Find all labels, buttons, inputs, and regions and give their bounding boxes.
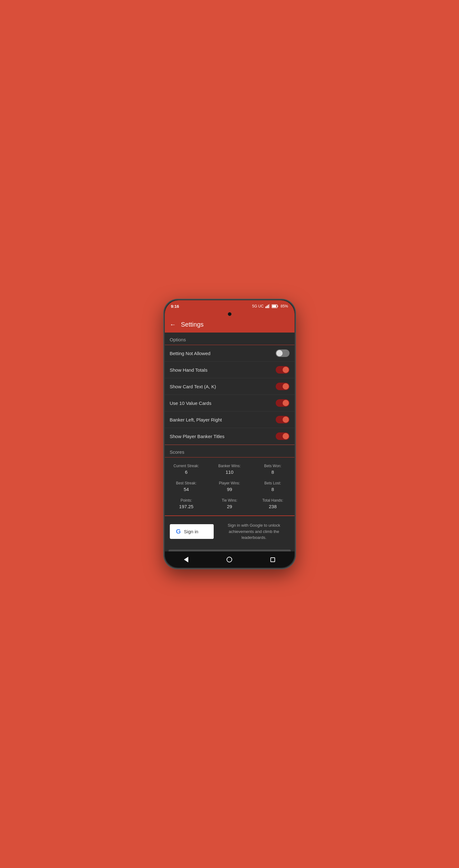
setting-row-betting: Betting Not Allowed: [165, 345, 294, 362]
svg-rect-5: [278, 306, 278, 307]
toggle-player-titles[interactable]: [276, 432, 289, 440]
setting-row-banker-left: Banker Left, Player Right: [165, 411, 294, 428]
setting-label-banker-left: Banker Left, Player Right: [170, 417, 222, 423]
home-circle-icon: [227, 557, 232, 562]
signin-button-label: Sign in: [184, 529, 198, 534]
setting-row-hand-totals: Show Hand Totals: [165, 362, 294, 378]
svg-rect-0: [265, 307, 266, 308]
app-header: ← Settings: [165, 317, 294, 333]
google-g-icon: G: [176, 528, 181, 535]
status-bar: 9:16 5G UC 85%: [165, 300, 294, 312]
score-banker-wins: Banker Wins: 110: [208, 461, 251, 478]
score-player-wins: Player Wins: 99: [208, 478, 251, 495]
svg-rect-3: [269, 304, 270, 308]
signin-description: Sign in with Google to unlock achievemen…: [219, 522, 289, 541]
setting-label-betting: Betting Not Allowed: [170, 351, 210, 356]
setting-row-10-value: Use 10 Value Cards: [165, 395, 294, 411]
nav-recents-button[interactable]: [264, 555, 281, 565]
toggle-10-value[interactable]: [276, 399, 289, 407]
signin-section: G Sign in Sign in with Google to unlock …: [165, 516, 294, 547]
setting-label-10-value: Use 10 Value Cards: [170, 401, 211, 406]
setting-label-card-text: Show Card Text (A, K): [170, 384, 216, 389]
status-time: 9:16: [171, 304, 179, 309]
back-button[interactable]: ←: [170, 321, 176, 328]
score-current-streak: Current Streak: 6: [165, 461, 208, 478]
page-title: Settings: [181, 321, 204, 328]
scores-grid: Current Streak: 6 Banker Wins: 110 Bets …: [165, 458, 294, 516]
network-label: 5G UC: [252, 304, 264, 308]
score-best-streak: Best Streak: 54: [165, 478, 208, 495]
back-triangle-icon: [184, 557, 188, 562]
camera-dot: [228, 312, 232, 316]
toggle-betting[interactable]: [276, 349, 289, 357]
setting-label-player-titles: Show Player Banker Titles: [170, 434, 225, 439]
score-total-hands: Total Hands: 238: [251, 495, 294, 512]
recents-square-icon: [270, 557, 275, 562]
battery-icon: [271, 304, 279, 308]
svg-rect-6: [272, 305, 276, 308]
status-indicators: 5G UC 85%: [252, 304, 288, 308]
options-section-header: Options: [165, 333, 294, 345]
svg-rect-1: [267, 306, 267, 308]
svg-rect-2: [268, 305, 269, 308]
toggle-banker-left[interactable]: [276, 416, 289, 423]
settings-content[interactable]: Options Betting Not Allowed Show Hand To…: [165, 333, 294, 551]
battery-label: 85%: [280, 304, 288, 308]
nav-back-button[interactable]: [178, 554, 195, 565]
signal-icon: [265, 304, 270, 308]
scores-section-header: Scores: [165, 445, 294, 457]
camera-area: [165, 312, 294, 317]
score-points: Points: 197.25: [165, 495, 208, 512]
nav-home-button[interactable]: [220, 554, 238, 565]
setting-row-player-titles: Show Player Banker Titles: [165, 428, 294, 445]
score-bets-lost: Bets Lost: 8: [251, 478, 294, 495]
score-tie-wins: Tie Wins: 29: [208, 495, 251, 512]
toggle-card-text[interactable]: [276, 383, 289, 390]
setting-row-card-text: Show Card Text (A, K): [165, 378, 294, 395]
phone-device: 9:16 5G UC 85%: [164, 299, 295, 569]
setting-label-hand-totals: Show Hand Totals: [170, 367, 208, 373]
toggle-hand-totals[interactable]: [276, 366, 289, 374]
bottom-navigation: [165, 551, 294, 568]
score-bets-won: Bets Won: 8: [251, 461, 294, 478]
google-signin-button[interactable]: G Sign in: [170, 524, 214, 539]
